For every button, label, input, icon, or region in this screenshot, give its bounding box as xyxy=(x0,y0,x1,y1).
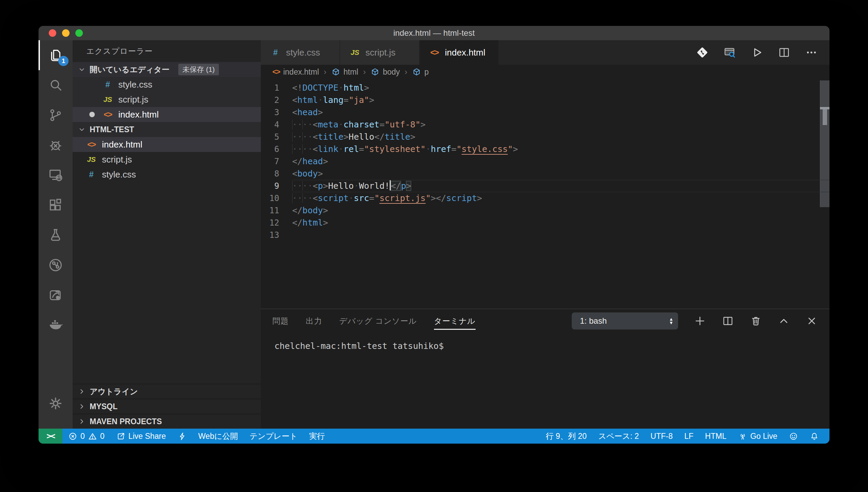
activity-item-docker[interactable] xyxy=(39,310,73,340)
panel-tab-問題[interactable]: 問題 xyxy=(272,309,289,333)
panel-tab-デバッグ コンソール[interactable]: デバッグ コンソール xyxy=(339,309,417,333)
tab-index.html[interactable]: <>index.html xyxy=(420,40,499,65)
language-mode[interactable]: HTML xyxy=(699,429,732,444)
live-share-label: Live Share xyxy=(129,432,166,441)
code-line-9[interactable]: 9····<p>Hello·World!</p> xyxy=(261,180,829,192)
file-item-index.html[interactable]: <>index.html xyxy=(73,107,261,122)
code-line-5[interactable]: 5····<title>Hello</title> xyxy=(261,131,829,143)
encoding[interactable]: UTF-8 xyxy=(645,429,678,444)
file-item-style.css[interactable]: #style.css xyxy=(73,167,261,182)
minimize-window-button[interactable] xyxy=(62,29,70,37)
split-terminal-icon[interactable] xyxy=(722,315,734,327)
status-bar: >< 0 0 Live Share Webに公開 テンプレート 実行 xyxy=(39,429,829,444)
panel-tab-出力[interactable]: 出力 xyxy=(306,309,322,333)
activity-item-settings[interactable] xyxy=(39,388,73,418)
broadcast-icon xyxy=(738,432,747,441)
activity-item-explorer[interactable]: 1 xyxy=(39,40,73,70)
code-editor[interactable]: 1<!DOCTYPE·html>2<html·lang="ja">3<head>… xyxy=(261,79,829,309)
git-graph-icon[interactable] xyxy=(696,46,709,59)
breadcrumb-item-html[interactable]: html xyxy=(331,67,358,77)
new-terminal-icon[interactable] xyxy=(694,315,706,327)
line-number: 2 xyxy=(261,94,292,106)
feedback-button[interactable] xyxy=(783,429,804,444)
remote-indicator[interactable]: >< xyxy=(39,429,62,444)
indentation[interactable]: スペース: 2 xyxy=(593,429,645,444)
folder-file-list: <>index.htmlJSscript.js#style.css xyxy=(73,137,261,182)
activity-item-live-share[interactable] xyxy=(39,250,73,280)
file-item-script.js[interactable]: JSscript.js xyxy=(73,92,261,107)
activity-item-search[interactable] xyxy=(39,70,73,100)
close-panel-icon[interactable] xyxy=(806,315,818,327)
symbol-cube-icon xyxy=(371,67,379,76)
line-number: 7 xyxy=(261,155,292,168)
open-editors-header[interactable]: 開いているエディター 未保存 (1) xyxy=(73,62,261,77)
code-line-8[interactable]: 8<body> xyxy=(261,168,829,180)
file-item-style.css[interactable]: #style.css xyxy=(73,77,261,92)
code-line-1[interactable]: 1<!DOCTYPE·html> xyxy=(261,82,829,94)
code-line-10[interactable]: 10····<script·src="script.js"></script> xyxy=(261,192,829,204)
editor-actions xyxy=(696,40,829,65)
activity-item-source-control[interactable] xyxy=(39,100,73,130)
folder-label: HTML-TEST xyxy=(90,125,134,134)
source-control-icon xyxy=(48,107,63,123)
html-file-icon: <> xyxy=(429,48,440,57)
breadcrumb-item-body[interactable]: body xyxy=(371,67,400,77)
bolt-icon xyxy=(178,432,187,441)
code-line-6[interactable]: 6····<link·rel="stylesheet"·href="style.… xyxy=(261,143,829,155)
code-line-12[interactable]: 12</html> xyxy=(261,217,829,229)
notifications-button[interactable] xyxy=(804,429,825,444)
live-share-button[interactable]: Live Share xyxy=(110,429,172,444)
code-line-11[interactable]: 11</body> xyxy=(261,204,829,217)
tab-style.css[interactable]: #style.css xyxy=(261,40,340,65)
run-debug-icon xyxy=(48,137,63,153)
zoom-window-button[interactable] xyxy=(75,29,83,37)
activity-item-extensions[interactable] xyxy=(39,190,73,220)
file-item-index.html[interactable]: <>index.html xyxy=(73,137,261,152)
breadcrumb-item-index.html[interactable]: <>index.html xyxy=(272,67,319,77)
html-file-icon: <> xyxy=(86,140,97,149)
warning-count: 0 xyxy=(100,432,105,441)
symbol-cube-icon xyxy=(412,67,421,76)
bolt-button[interactable] xyxy=(172,429,193,444)
run-file-icon[interactable] xyxy=(750,46,763,59)
go-live-button[interactable]: Go Live xyxy=(732,429,783,444)
more-actions-icon[interactable] xyxy=(805,46,818,59)
activity-item-testing[interactable] xyxy=(39,220,73,250)
run-button[interactable]: 実行 xyxy=(303,429,331,444)
title-bar[interactable]: index.html — html-test xyxy=(39,26,829,40)
sidebar-section-MAVEN PROJECTS[interactable]: MAVEN PROJECTS xyxy=(73,414,261,429)
tab-script.js[interactable]: JSscript.js xyxy=(340,40,420,65)
publish-web-button[interactable]: Webに公開 xyxy=(193,429,244,444)
panel-tab-ターミナル[interactable]: ターミナル xyxy=(434,309,476,333)
activity-item-run-debug[interactable] xyxy=(39,130,73,160)
template-button[interactable]: テンプレート xyxy=(244,429,303,444)
code-line-7[interactable]: 7</head> xyxy=(261,155,829,168)
maximize-panel-icon[interactable] xyxy=(778,315,790,327)
code-line-13[interactable]: 13 xyxy=(261,229,829,241)
eol[interactable]: LF xyxy=(678,429,699,444)
breadcrumb-item-p[interactable]: p xyxy=(412,67,429,77)
split-editor-icon[interactable] xyxy=(778,46,791,59)
open-preview-icon[interactable] xyxy=(723,46,736,59)
status-bar-right: 行 9、列 20 スペース: 2 UTF-8 LF HTML Go Live xyxy=(540,429,829,444)
sidebar-section-MYSQL[interactable]: MYSQL xyxy=(73,399,261,414)
code-line-3[interactable]: 3<head> xyxy=(261,106,829,119)
terminal-output[interactable]: chelchel-mac:html-test tatsuhiko$ xyxy=(261,333,829,429)
kill-terminal-icon[interactable] xyxy=(750,315,762,327)
line-number: 8 xyxy=(261,168,292,180)
open-editors-section: 開いているエディター 未保存 (1) #style.cssJSscript.js… xyxy=(73,62,261,137)
file-name: script.js xyxy=(102,154,132,165)
folder-header[interactable]: HTML-TEST xyxy=(73,122,261,137)
code-line-2[interactable]: 2<html·lang="ja"> xyxy=(261,94,829,106)
activity-item-publish[interactable] xyxy=(39,280,73,310)
terminal-shell-select[interactable]: 1: bash ▲▼ xyxy=(572,312,678,329)
html-file-icon: <> xyxy=(102,110,114,119)
file-item-script.js[interactable]: JSscript.js xyxy=(73,152,261,167)
activity-item-remote-explorer[interactable] xyxy=(39,160,73,190)
close-window-button[interactable] xyxy=(49,29,56,37)
sidebar-section-アウトライン[interactable]: アウトライン xyxy=(73,384,261,399)
cursor-position[interactable]: 行 9、列 20 xyxy=(540,429,593,444)
code-line-4[interactable]: 4····<meta·charset="utf-8"> xyxy=(261,119,829,131)
panel-header: 問題出力デバッグ コンソールターミナル 1: bash ▲▼ xyxy=(261,309,829,333)
problems-status[interactable]: 0 0 xyxy=(62,429,110,444)
